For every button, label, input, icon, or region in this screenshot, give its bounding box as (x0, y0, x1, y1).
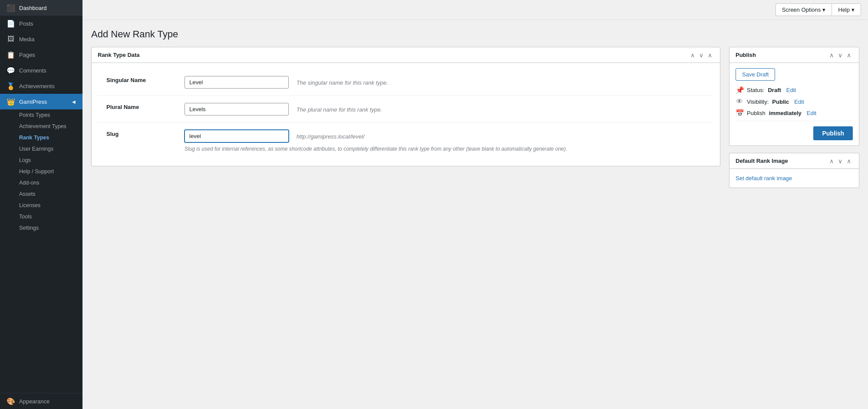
rank-type-data-body: Singular Name The singular name for this… (92, 63, 720, 166)
publish-down-button[interactable]: ∨ (836, 52, 844, 58)
status-edit-link[interactable]: Edit (786, 87, 796, 93)
calendar-icon: 📅 (736, 109, 743, 117)
status-label: Status: (747, 87, 764, 93)
points-types-label: Points Types (19, 112, 50, 118)
rank-image-collapse-button[interactable]: ∧ (845, 158, 853, 164)
slug-desc: Slug is used for internal references, as… (185, 145, 705, 153)
singular-name-input[interactable] (185, 76, 289, 89)
help-arrow-icon: ▾ (851, 7, 855, 13)
rank-type-data-header[interactable]: Rank Type Data ∧ ∨ ∧ (92, 47, 720, 63)
sidebar-media-label: Media (19, 36, 34, 43)
publish-time-row: 📅 Publish immediately Edit (736, 109, 853, 117)
plural-name-hint: The plural name for this rank type. (297, 106, 382, 113)
singular-name-cell: The singular name for this rank type. (185, 69, 714, 96)
page-title: Add New Rank Type (91, 29, 859, 40)
metabox-collapse-button[interactable]: ∧ (706, 52, 714, 58)
sidebar-sub-rank-types[interactable]: Rank Types (0, 132, 83, 143)
comments-icon: 💬 (7, 66, 15, 74)
save-draft-button[interactable]: Save Draft (736, 68, 775, 81)
publish-up-button[interactable]: ∧ (828, 52, 835, 58)
publish-collapse-button[interactable]: ∧ (845, 52, 853, 58)
licenses-label: Licenses (19, 202, 40, 208)
achievements-icon: 🏅 (7, 82, 15, 90)
sidebar-sub-logs[interactable]: Logs (0, 155, 83, 166)
slug-url: http://gamipress.local/level/ (297, 133, 365, 140)
sidebar-sub-add-ons[interactable]: Add-ons (0, 177, 83, 188)
publish-metabox-body: Save Draft 📌 Status: Draft Edit 👁 Visibi… (729, 63, 859, 145)
visibility-edit-link[interactable]: Edit (794, 99, 804, 105)
metabox-controls: ∧ ∨ ∧ (689, 52, 714, 58)
sidebar-gamipress-label: GamiPress (19, 99, 47, 105)
sidebar-sub-settings[interactable]: Settings (0, 222, 83, 234)
default-rank-image-metabox: Default Rank Image ∧ ∨ ∧ Set default ran… (729, 153, 859, 188)
sidebar-appearance-label: Appearance (19, 398, 50, 405)
singular-name-hint: The singular name for this rank type. (297, 79, 388, 86)
publish-time-edit-link[interactable]: Edit (807, 110, 816, 116)
add-ons-label: Add-ons (19, 180, 40, 186)
plural-name-row: Plural Name The plural name for this ran… (98, 96, 714, 123)
publish-title: Publish (736, 52, 756, 58)
sidebar-item-media[interactable]: 🖼 Media (0, 31, 83, 47)
rank-image-metabox-controls: ∧ ∨ ∧ (828, 158, 853, 164)
set-default-rank-image-link[interactable]: Set default rank image (736, 175, 792, 181)
help-label: Help (838, 7, 850, 13)
sidebar-item-pages[interactable]: 📋 Pages (0, 47, 83, 63)
sidebar-item-gamipress[interactable]: 👑 GamiPress ◀ (0, 94, 83, 109)
visibility-icon: 👁 (736, 98, 743, 106)
publish-button[interactable]: Publish (813, 126, 853, 140)
plural-name-input[interactable] (185, 103, 289, 115)
screen-options-label: Screen Options (782, 7, 821, 13)
rank-image-up-button[interactable]: ∧ (828, 158, 835, 164)
help-button[interactable]: Help ▾ (832, 3, 861, 16)
sidebar-item-comments[interactable]: 💬 Comments (0, 63, 83, 78)
screen-options-button[interactable]: Screen Options ▾ (776, 3, 832, 16)
sidebar-item-appearance[interactable]: 🎨 Appearance (0, 393, 83, 409)
metabox-down-button[interactable]: ∨ (697, 52, 705, 58)
status-row: 📌 Status: Draft Edit (736, 86, 853, 94)
content-area: Add New Rank Type Rank Type Data ∧ ∨ ∧ (83, 20, 868, 409)
help-support-label: Help / Support (19, 168, 54, 175)
publish-metabox-header[interactable]: Publish ∧ ∨ ∧ (729, 47, 859, 63)
sidebar-sub-achievement-types[interactable]: Achievement Types (0, 121, 83, 132)
posts-icon: 📄 (7, 20, 15, 27)
settings-label: Settings (19, 225, 39, 231)
gamipress-arrow-icon: ◀ (72, 99, 76, 104)
default-rank-image-header[interactable]: Default Rank Image ∧ ∨ ∧ (729, 153, 859, 169)
rank-type-data-title: Rank Type Data (98, 52, 140, 58)
sidebar-item-dashboard[interactable]: ⬛ Dashboard (0, 0, 83, 16)
achievement-types-label: Achievement Types (19, 123, 66, 129)
plural-name-label: Plural Name (98, 96, 185, 123)
status-value: Draft (768, 87, 781, 93)
visibility-label: Visibility: (747, 99, 769, 105)
visibility-row: 👁 Visibility: Public Edit (736, 98, 853, 106)
screen-options-arrow-icon: ▾ (822, 7, 825, 13)
plural-name-cell: The plural name for this rank type. (185, 96, 714, 123)
sidebar-sub-user-earnings[interactable]: User Earnings (0, 143, 83, 155)
publish-when-label: Publish (747, 110, 766, 116)
sidebar-sub-licenses[interactable]: Licenses (0, 200, 83, 211)
sidebar-sub-tools[interactable]: Tools (0, 211, 83, 222)
slug-input[interactable] (185, 130, 289, 142)
tools-label: Tools (19, 214, 32, 220)
sidebar-achievements-label: Achievements (19, 83, 55, 89)
rank-image-down-button[interactable]: ∨ (836, 158, 844, 164)
sidebar-comments-label: Comments (19, 67, 46, 74)
slug-cell: http://gamipress.local/level/ Slug is us… (185, 123, 714, 160)
publish-when-value: immediately (769, 110, 802, 116)
status-icon: 📌 (736, 86, 743, 94)
slug-label: Slug (98, 123, 185, 160)
metabox-up-button[interactable]: ∧ (689, 52, 696, 58)
sidebar-item-achievements[interactable]: 🏅 Achievements (0, 78, 83, 94)
publish-metabox-controls: ∧ ∨ ∧ (828, 52, 853, 58)
default-rank-image-body: Set default rank image (729, 169, 859, 188)
publish-actions: Publish (736, 121, 853, 140)
assets-label: Assets (19, 191, 36, 197)
sidebar-sub-assets[interactable]: Assets (0, 188, 83, 200)
sidebar-sub-help-support[interactable]: Help / Support (0, 166, 83, 177)
rank-type-form-table: Singular Name The singular name for this… (98, 69, 714, 160)
slug-row: Slug http://gamipress.local/level/ Slug … (98, 123, 714, 160)
singular-name-row: Singular Name The singular name for this… (98, 69, 714, 96)
sidebar-sub-points-types[interactable]: Points Types (0, 109, 83, 121)
sidebar-item-posts[interactable]: 📄 Posts (0, 16, 83, 31)
sidebar: ⬛ Dashboard 📄 Posts 🖼 Media 📋 Pages 💬 Co… (0, 0, 83, 409)
